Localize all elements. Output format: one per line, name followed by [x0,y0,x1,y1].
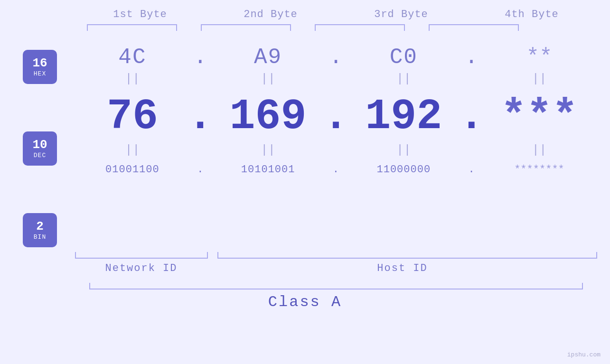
bottom-brackets [75,252,597,259]
bottom-bracket-area: Network ID Host ID [75,252,597,274]
eq1-b2: || [211,72,325,86]
byte-header-3: 3rd Byte [344,9,458,20]
eq1-b3: || [347,72,460,86]
eq2-b4: || [482,143,596,157]
bin-base: BIN [34,233,46,241]
hex-dot-2: . [329,45,343,70]
dec-dot-1: . [188,93,213,141]
dec-dot-3: . [459,93,484,141]
eq1-b4: || [482,72,596,86]
bin-dot-1: . [197,164,203,176]
network-bracket [75,252,208,259]
host-id-label: Host ID [208,262,597,274]
dec-badge: 10 DEC [23,131,57,166]
dec-b2: 169 [230,93,307,141]
hex-num: 16 [32,56,47,70]
id-labels: Network ID Host ID [75,262,597,274]
equals-row-2: || || || || [75,143,597,157]
dec-num: 10 [32,138,47,152]
hex-dot-3: . [465,45,478,70]
watermark: ipshu.com [567,351,601,358]
equals-row-1: || || || || [75,72,597,86]
hex-base: HEX [34,70,46,77]
hex-b4: ** [526,45,552,70]
bin-badge: 2 BIN [23,213,57,247]
byte-header-4: 4th Byte [475,9,589,20]
bin-dot-2: . [333,164,339,176]
labels-column: 16 HEX 10 DEC 2 BIN [0,50,62,247]
network-id-label: Network ID [75,262,208,274]
dec-b1: 76 [107,93,158,141]
hex-dot-1: . [194,45,207,70]
class-label: Class A [0,293,610,311]
bin-row: 01001100 . 10101001 . 11000000 . *******… [75,164,597,176]
dec-dot-2: . [323,93,348,141]
dec-b3: 192 [365,93,442,141]
bin-b3: 11000000 [376,164,431,176]
dec-base: DEC [34,152,46,159]
bin-b2: 10101001 [241,164,295,176]
full-bottom-bracket [75,283,597,289]
main-container: 1st Byte 2nd Byte 3rd Byte 4th Byte 16 H… [0,0,610,364]
bin-b4: ******** [514,164,564,176]
eq2-b3: || [347,143,460,157]
hex-b2: A9 [254,45,282,70]
hex-row: 4C . A9 . C0 . ** [75,45,597,70]
hex-b1: 4C [118,45,146,70]
host-bracket [217,252,597,259]
bytes-grid: 4C . A9 . C0 . ** || || || || 76 [62,40,610,176]
hex-b3: C0 [390,45,418,70]
byte-header-2: 2nd Byte [214,9,328,20]
dec-b4: *** [501,93,578,141]
byte-header-1: 1st Byte [83,9,197,20]
top-brackets [75,24,597,31]
hex-badge: 16 HEX [23,50,57,84]
dec-row: 76 . 169 . 192 . *** [75,93,597,141]
eq2-b1: || [75,143,189,157]
eq1-b1: || [75,72,189,86]
bin-dot-3: . [469,164,475,176]
content-area: 16 HEX 10 DEC 2 BIN 4C . A9 . C0 [0,40,610,247]
eq2-b2: || [211,143,325,157]
bin-num: 2 [36,220,44,233]
class-bracket [89,283,583,289]
bin-b1: 01001100 [105,164,160,176]
byte-headers: 1st Byte 2nd Byte 3rd Byte 4th Byte [75,9,597,20]
